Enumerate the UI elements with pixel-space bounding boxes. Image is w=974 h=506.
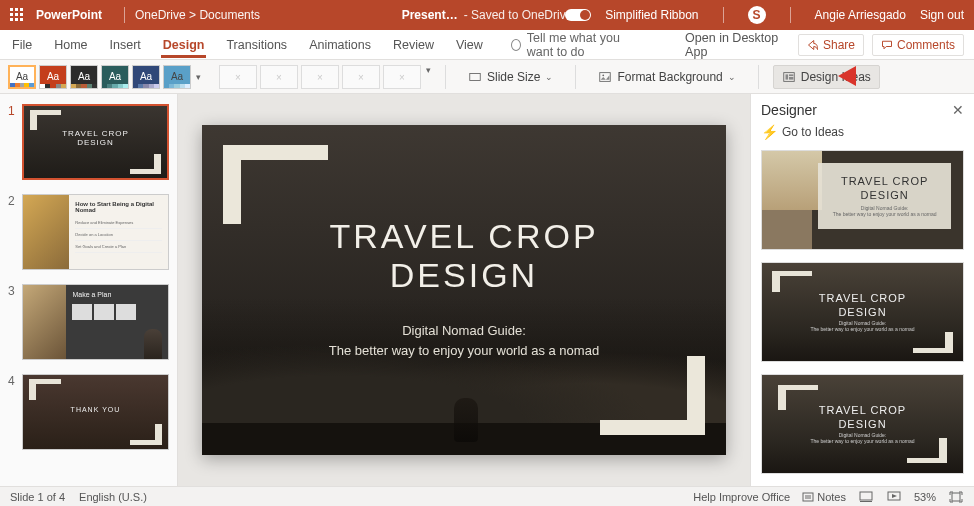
designer-pane: Designer ✕ ⚡ Go to Ideas TRAVEL CROP DES… (750, 94, 974, 486)
notes-toggle[interactable]: Notes (802, 491, 846, 503)
svg-rect-13 (952, 493, 960, 501)
thumbnail-4[interactable]: 4 THANK YOU (8, 374, 169, 450)
theme-more-icon[interactable]: ▾ (196, 72, 201, 82)
svg-rect-0 (470, 73, 481, 80)
tab-review[interactable]: Review (391, 32, 436, 58)
sign-out-link[interactable]: Sign out (920, 8, 964, 22)
bolt-icon: ⚡ (761, 124, 778, 140)
theme-option-3[interactable]: Aa (70, 65, 98, 89)
theme-option-5[interactable]: Aa (132, 65, 160, 89)
simplified-ribbon-toggle[interactable] (565, 9, 591, 21)
language-status[interactable]: English (U.S.) (79, 491, 147, 503)
normal-view-icon[interactable] (858, 490, 874, 504)
variant-5[interactable] (383, 65, 421, 89)
menu-bar: File Home Insert Design Transitions Anim… (0, 30, 974, 60)
current-slide[interactable]: TRAVEL CROP DESIGN Digital Nomad Guide: … (202, 125, 726, 455)
annotation-arrow (838, 63, 938, 93)
user-name[interactable]: Angie Arriesgado (815, 8, 906, 22)
slide-thumbnail-panel: 1 TRAVEL CROP DESIGN 2 How to Start Bein… (0, 94, 178, 486)
theme-option-4[interactable]: Aa (101, 65, 129, 89)
design-ideas-icon (782, 70, 796, 84)
comments-button[interactable]: Comments (872, 34, 964, 56)
theme-option-2[interactable]: Aa (39, 65, 67, 89)
share-icon (807, 39, 819, 51)
status-bar: Slide 1 of 4 English (U.S.) Help Improve… (0, 486, 974, 506)
tab-transitions[interactable]: Transitions (224, 32, 289, 58)
theme-option-6[interactable]: Aa (163, 65, 191, 89)
zoom-level[interactable]: 53% (914, 491, 936, 503)
designer-title: Designer (761, 102, 817, 118)
format-bg-icon (598, 70, 612, 84)
thumbnail-3[interactable]: 3 Make a Plan (8, 284, 169, 360)
save-status: - Saved to OneDrive (464, 8, 573, 22)
variant-4[interactable] (342, 65, 380, 89)
svg-rect-6 (789, 77, 793, 80)
ribbon: Aa Aa Aa Aa Aa Aa ▾ ▾ Slide Size ⌄ Forma… (0, 60, 974, 94)
tab-home[interactable]: Home (52, 32, 89, 58)
tab-file[interactable]: File (10, 32, 34, 58)
thumbnail-2[interactable]: 2 How to Start Being a Digital Nomad Red… (8, 194, 169, 270)
format-background-button[interactable]: Format Background ⌄ (590, 66, 743, 88)
tell-me-search[interactable]: Tell me what you want to do (511, 31, 649, 59)
thumbnail-1[interactable]: 1 TRAVEL CROP DESIGN (8, 104, 169, 180)
tab-view[interactable]: View (454, 32, 485, 58)
design-suggestion-3[interactable]: TRAVEL CROP DESIGN Digital Nomad Guide:T… (761, 374, 964, 474)
design-suggestion-1[interactable]: TRAVEL CROP DESIGN Digital Nomad Guide:T… (761, 150, 964, 250)
bulb-icon (511, 39, 521, 51)
slide-title[interactable]: TRAVEL CROP DESIGN (202, 217, 726, 295)
slide-counter[interactable]: Slide 1 of 4 (10, 491, 65, 503)
open-desktop-app-link[interactable]: Open in Desktop App (685, 31, 780, 59)
file-name[interactable]: Present… (402, 8, 458, 22)
svg-rect-10 (860, 492, 872, 500)
variant-gallery[interactable]: ▾ (219, 65, 431, 89)
design-suggestion-2[interactable]: TRAVEL CROP DESIGN Digital Nomad Guide:T… (761, 262, 964, 362)
slide-size-icon (468, 70, 482, 84)
slide-canvas[interactable]: TRAVEL CROP DESIGN Digital Nomad Guide: … (178, 94, 750, 486)
close-icon[interactable]: ✕ (952, 102, 964, 118)
variant-more-icon[interactable]: ▾ (426, 65, 431, 89)
tab-animations[interactable]: Animations (307, 32, 373, 58)
share-button[interactable]: Share (798, 34, 864, 56)
skype-icon[interactable]: S (748, 6, 766, 24)
svg-rect-5 (789, 74, 793, 76)
title-bar: PowerPoint OneDrive > Documents Present…… (0, 0, 974, 30)
slideshow-view-icon[interactable] (886, 490, 902, 504)
breadcrumb[interactable]: OneDrive > Documents (135, 8, 260, 22)
slide-subtitle-2[interactable]: The better way to enjoy your world as a … (202, 343, 726, 358)
notes-icon (802, 491, 814, 503)
go-to-ideas-link[interactable]: ⚡ Go to Ideas (761, 124, 964, 140)
slide-size-button[interactable]: Slide Size ⌄ (460, 66, 561, 88)
app-name: PowerPoint (36, 8, 102, 22)
variant-3[interactable] (301, 65, 339, 89)
help-improve-link[interactable]: Help Improve Office (693, 491, 790, 503)
tab-insert[interactable]: Insert (108, 32, 143, 58)
simplified-ribbon-label: Simplified Ribbon (605, 8, 698, 22)
variant-2[interactable] (260, 65, 298, 89)
svg-rect-11 (860, 501, 872, 502)
svg-point-2 (603, 74, 605, 76)
tab-design[interactable]: Design (161, 32, 207, 58)
app-launcher-icon[interactable] (10, 8, 24, 22)
fit-to-window-icon[interactable] (948, 490, 964, 504)
variant-1[interactable] (219, 65, 257, 89)
theme-option-1[interactable]: Aa (8, 65, 36, 89)
theme-gallery[interactable]: Aa Aa Aa Aa Aa Aa ▾ (8, 65, 201, 89)
slide-subtitle-1[interactable]: Digital Nomad Guide: (202, 323, 726, 338)
svg-rect-7 (803, 493, 813, 501)
svg-rect-4 (785, 74, 788, 79)
comment-icon (881, 39, 893, 51)
